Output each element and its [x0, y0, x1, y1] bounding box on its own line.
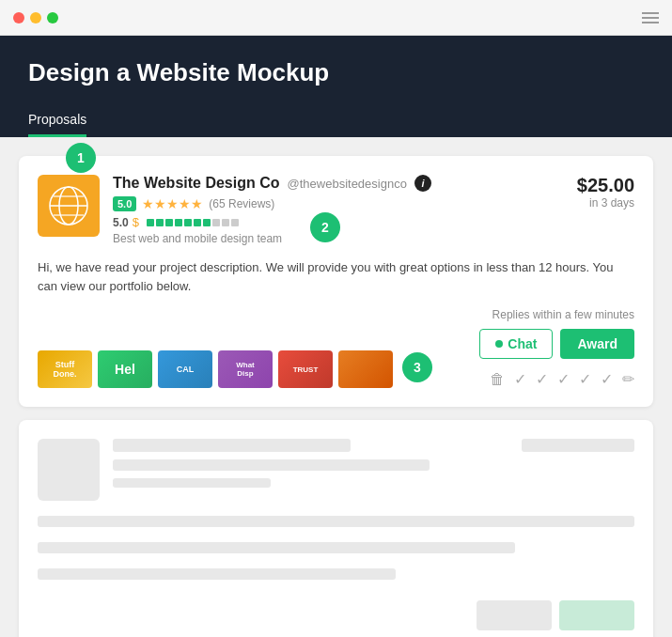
skeleton-right-lines: [522, 439, 634, 501]
seller-name: The Website Design Co: [113, 175, 280, 192]
skeleton-line-3: [113, 478, 271, 488]
price-amount: $25.00: [577, 175, 634, 196]
chat-online-dot: [495, 340, 503, 348]
info-icon[interactable]: i: [414, 175, 431, 192]
edit-icon[interactable]: ✏: [622, 370, 634, 388]
window-chrome: [0, 0, 672, 36]
page-header: Design a Website Mockup Proposals: [0, 36, 672, 137]
check-icon-3[interactable]: ✓: [557, 370, 570, 388]
card-bottom: StuffDone. Hel CAL WhatDisp TRUST 3 Repl…: [38, 308, 634, 388]
portfolio-thumb-4[interactable]: WhatDisp: [218, 350, 273, 388]
skeleton-body: [38, 516, 634, 587]
tool-icons: 🗑 ✓ ✓ ✓ ✓ ✓ ✏: [490, 370, 634, 388]
skeleton-bottom: [38, 600, 634, 630]
check-icon-1[interactable]: ✓: [514, 370, 526, 388]
skeleton-body-3: [38, 568, 396, 580]
seller-name-row: The Website Design Co @thewebsitedesignc…: [113, 175, 577, 192]
skeleton-lines: [113, 439, 508, 501]
skeleton-body-2: [38, 542, 515, 553]
level-bar-empty-0: [212, 219, 220, 226]
portfolio-thumb-2[interactable]: Hel: [98, 350, 152, 388]
badge-2: 2: [310, 212, 340, 242]
portfolio-thumb-1[interactable]: StuffDone.: [38, 350, 92, 388]
proposal-card-1: 1 2 The Website D: [19, 156, 653, 407]
seller-desc: Best web and mobile design team: [113, 232, 577, 245]
reviews-count: (65 Reviews): [209, 197, 274, 210]
skeleton-actions: [477, 600, 634, 630]
badge-3: 3: [402, 352, 432, 382]
skeleton-avatar: [38, 439, 100, 501]
chat-label: Chat: [508, 336, 537, 351]
portfolio-thumb-5[interactable]: TRUST: [278, 350, 333, 388]
skeleton-line-1: [113, 439, 351, 452]
replies-text: Replies within a few minutes: [492, 308, 634, 321]
level-bar-filled-4: [184, 219, 192, 226]
seller-info: The Website Design Co @thewebsitedesignc…: [113, 175, 577, 245]
skeleton-line-2: [113, 459, 430, 471]
level-bar-empty-1: [222, 219, 229, 226]
portfolio-row: StuffDone. Hel CAL WhatDisp TRUST: [38, 350, 393, 388]
level-bar-filled-2: [165, 219, 173, 226]
trash-icon[interactable]: 🗑: [490, 371, 505, 388]
level-bar-filled-3: [175, 219, 182, 226]
award-button[interactable]: Award: [560, 329, 634, 359]
check-icon-4[interactable]: ✓: [579, 370, 591, 388]
price-delivery: in 3 days: [577, 196, 634, 210]
card-left: The Website Design Co @thewebsitedesignc…: [38, 175, 577, 245]
portfolio-area: StuffDone. Hel CAL WhatDisp TRUST 3: [38, 347, 423, 388]
level-bar-empty-2: [231, 219, 239, 226]
dollar-icon: $: [133, 215, 139, 229]
chat-button[interactable]: Chat: [479, 329, 553, 359]
level-text: 5.0: [113, 216, 129, 229]
level-row: 5.0 $: [113, 215, 577, 229]
level-bars: [147, 219, 239, 226]
globe-icon: [48, 185, 89, 226]
tabs-bar: Proposals: [28, 104, 644, 137]
skeleton-price-line: [522, 439, 634, 452]
menu-icon[interactable]: [642, 12, 659, 23]
card-price: $25.00 in 3 days: [577, 175, 634, 210]
skeleton-btn-1: [477, 600, 552, 630]
traffic-light-green[interactable]: [47, 12, 58, 23]
level-bar-filled-1: [156, 219, 164, 226]
tab-proposals[interactable]: Proposals: [28, 104, 86, 137]
main-content: 1 2 The Website D: [0, 137, 672, 637]
portfolio-thumb-3[interactable]: CAL: [158, 350, 212, 388]
seller-handle: @thewebsitedesignco: [288, 177, 407, 191]
seller-avatar: [38, 175, 100, 237]
check-icon-2[interactable]: ✓: [536, 370, 548, 388]
action-area: Replies within a few minutes Chat Award …: [479, 308, 634, 388]
rating-badge: 5.0: [113, 196, 136, 211]
check-icon-5[interactable]: ✓: [601, 370, 613, 388]
level-bar-filled-6: [203, 219, 211, 226]
skeleton-btn-2: [559, 600, 634, 630]
badge-1: 1: [66, 143, 96, 173]
stars: ★★★★★: [142, 196, 203, 211]
traffic-light-red[interactable]: [13, 12, 24, 23]
traffic-light-yellow[interactable]: [30, 12, 41, 23]
portfolio-thumb-6[interactable]: [338, 350, 393, 388]
traffic-lights: [13, 12, 58, 23]
rating-row: 5.0 ★★★★★ (65 Reviews): [113, 196, 577, 211]
level-bar-filled-0: [147, 219, 154, 226]
skeleton-top: [38, 439, 634, 501]
action-buttons: Chat Award: [479, 329, 634, 359]
proposal-text: Hi, we have read your project descriptio…: [38, 258, 634, 295]
level-bar-filled-5: [194, 219, 201, 226]
skeleton-body-1: [38, 516, 634, 527]
skeleton-card-2: [19, 420, 653, 637]
page-title: Design a Website Mockup: [28, 58, 644, 87]
